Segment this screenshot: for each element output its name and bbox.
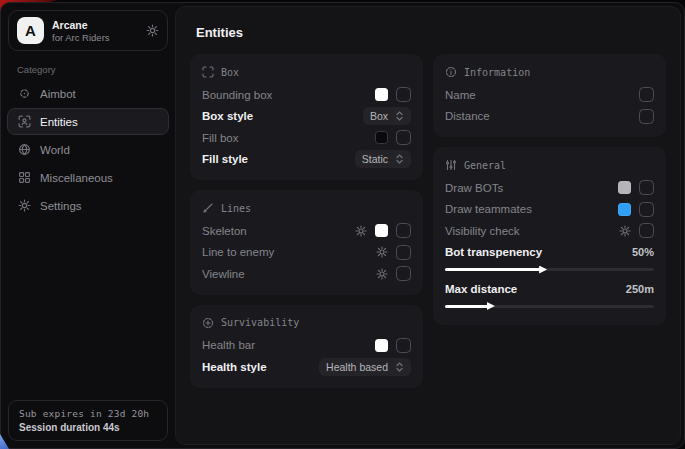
health-cross-icon bbox=[202, 317, 214, 329]
chevron-up-down-icon bbox=[395, 111, 404, 121]
lines-section: Lines Skeleton bbox=[190, 190, 423, 295]
checkbox[interactable] bbox=[396, 338, 411, 353]
checkbox[interactable] bbox=[639, 180, 654, 195]
checkbox[interactable] bbox=[396, 245, 411, 260]
setting-row: Fill box bbox=[202, 127, 411, 149]
sidebar-item-label: Miscellaneous bbox=[40, 172, 113, 184]
sidebar: A Arcane for Arc Riders Category bbox=[1, 3, 175, 448]
setting-label: Draw teammates bbox=[445, 203, 532, 215]
setting-label: Health bar bbox=[202, 339, 255, 351]
setting-label: Name bbox=[445, 89, 476, 101]
pencil-line-icon bbox=[202, 202, 214, 214]
setting-label: Health style bbox=[202, 361, 267, 373]
scan-person-icon bbox=[18, 115, 31, 128]
setting-label: Draw BOTs bbox=[445, 182, 503, 194]
setting-row: Fill style Static bbox=[202, 149, 411, 171]
session-duration-text: Session duration 44s bbox=[19, 422, 157, 433]
sidebar-item-aimbot[interactable]: Aimbot bbox=[7, 80, 169, 107]
grid-icon bbox=[18, 171, 31, 184]
setting-row: Skeleton bbox=[202, 220, 411, 242]
sidebar-item-world[interactable]: World bbox=[7, 136, 169, 163]
sidebar-item-settings[interactable]: Settings bbox=[7, 192, 169, 219]
setting-label: Max distance bbox=[445, 283, 517, 295]
slider-label-row: Max distance 250m bbox=[445, 278, 654, 300]
health-style-dropdown[interactable]: Health based bbox=[319, 358, 411, 376]
screen: A Arcane for Arc Riders Category bbox=[0, 0, 685, 449]
main-panel: Entities Box bbox=[175, 6, 681, 445]
checkbox[interactable] bbox=[639, 223, 654, 238]
color-swatch[interactable] bbox=[618, 203, 631, 216]
information-section: Information Name Distance bbox=[433, 54, 666, 137]
sidebar-item-label: Settings bbox=[40, 200, 82, 212]
color-swatch[interactable] bbox=[375, 224, 388, 237]
left-column: Box Bounding box Box style bbox=[190, 54, 423, 388]
checkbox[interactable] bbox=[396, 130, 411, 145]
setting-row: Health bar bbox=[202, 335, 411, 357]
row-gear-icon[interactable] bbox=[355, 225, 367, 237]
setting-label: Bounding box bbox=[202, 89, 272, 101]
sidebar-item-label: Aimbot bbox=[40, 88, 76, 100]
setting-label: Distance bbox=[445, 110, 490, 122]
slider-fill bbox=[445, 268, 541, 271]
section-title: Box bbox=[221, 67, 239, 78]
right-column: Information Name Distance bbox=[433, 54, 666, 325]
sidebar-item-miscellaneous[interactable]: Miscellaneous bbox=[7, 164, 169, 191]
page-title: Entities bbox=[196, 25, 666, 40]
setting-row: Line to enemy bbox=[202, 242, 411, 264]
checkbox[interactable] bbox=[396, 87, 411, 102]
sidebar-item-entities[interactable]: Entities bbox=[7, 108, 169, 135]
fill-style-dropdown[interactable]: Static bbox=[355, 150, 411, 168]
setting-label: Fill style bbox=[202, 153, 248, 165]
slider-fill bbox=[445, 305, 489, 308]
checkbox[interactable] bbox=[639, 202, 654, 217]
setting-label: Viewline bbox=[202, 268, 245, 280]
box-section: Box Bounding box Box style bbox=[190, 54, 423, 180]
setting-label: Line to enemy bbox=[202, 246, 274, 258]
color-swatch[interactable] bbox=[375, 131, 388, 144]
setting-row: Viewline bbox=[202, 263, 411, 285]
checkbox[interactable] bbox=[396, 266, 411, 281]
color-swatch[interactable] bbox=[375, 88, 388, 101]
setting-row: Bounding box bbox=[202, 84, 411, 106]
color-swatch[interactable] bbox=[618, 181, 631, 194]
setting-row: Distance bbox=[445, 106, 654, 128]
setting-row: Visibility check bbox=[445, 220, 654, 242]
row-gear-icon[interactable] bbox=[619, 225, 631, 237]
chevron-up-down-icon bbox=[395, 154, 404, 164]
dropdown-value: Health based bbox=[326, 361, 388, 373]
checkbox[interactable] bbox=[639, 87, 654, 102]
max-distance-slider[interactable] bbox=[445, 305, 654, 308]
setting-label: Bot transpenency bbox=[445, 246, 542, 258]
gear-icon bbox=[18, 199, 31, 212]
sliders-icon bbox=[445, 159, 457, 171]
category-label: Category bbox=[17, 64, 159, 75]
setting-row: Name bbox=[445, 84, 654, 106]
box-corners-icon bbox=[202, 66, 214, 78]
setting-row: Draw BOTs bbox=[445, 177, 654, 199]
section-title: Information bbox=[464, 67, 530, 78]
section-title: Lines bbox=[221, 203, 251, 214]
app-meta: Arcane for Arc Riders bbox=[52, 19, 110, 43]
box-style-dropdown[interactable]: Box bbox=[363, 107, 411, 125]
setting-label: Box style bbox=[202, 110, 253, 122]
row-gear-icon[interactable] bbox=[376, 268, 388, 280]
sub-expires-text: Sub expires in 23d 20h bbox=[19, 408, 157, 419]
subscription-box: Sub expires in 23d 20h Session duration … bbox=[8, 400, 168, 441]
setting-label: Skeleton bbox=[202, 225, 247, 237]
app-header-card: A Arcane for Arc Riders bbox=[8, 10, 168, 51]
setting-label: Visibility check bbox=[445, 225, 520, 237]
section-title: General bbox=[464, 160, 506, 171]
app-logo: A bbox=[17, 17, 44, 44]
setting-label: Fill box bbox=[202, 132, 238, 144]
header-gear-icon[interactable] bbox=[146, 24, 159, 37]
bot-transparency-slider[interactable] bbox=[445, 268, 654, 271]
color-swatch[interactable] bbox=[375, 339, 388, 352]
checkbox[interactable] bbox=[639, 109, 654, 124]
row-gear-icon[interactable] bbox=[376, 246, 388, 258]
checkbox[interactable] bbox=[396, 223, 411, 238]
slider-value: 50% bbox=[632, 246, 654, 258]
setting-row: Health style Health based bbox=[202, 356, 411, 378]
dropdown-value: Box bbox=[370, 110, 388, 122]
sidebar-item-label: World bbox=[40, 144, 70, 156]
app-subtitle: for Arc Riders bbox=[52, 32, 110, 43]
